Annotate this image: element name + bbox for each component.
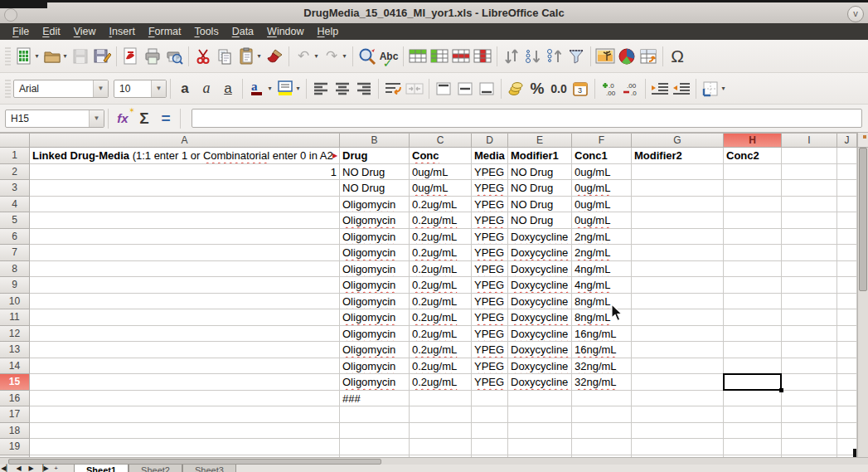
cell-H17[interactable] [724,406,782,423]
currency-format-button[interactable] [505,77,526,100]
cell-D10[interactable]: YPEG [472,294,508,310]
cell-E14[interactable]: Doxycycline [508,358,572,375]
cell-H13[interactable] [724,342,782,358]
row-header-8[interactable]: 8 [0,261,30,278]
menu-format[interactable]: Format [143,24,187,39]
cell-G2[interactable] [632,164,724,181]
cell-J5[interactable] [837,212,857,229]
spreadsheet-grid[interactable]: ABCDEFGHIJ1Linked Drug-Media (1:1 enter … [0,133,857,458]
cell-F1[interactable]: Conc1 [572,148,632,164]
formula-input[interactable] [192,109,862,128]
cell-I4[interactable] [782,197,837,213]
percent-format-button[interactable]: % [526,77,548,100]
cell-E17[interactable] [508,406,572,423]
cell-C12[interactable]: 0.2ug/mL [410,326,472,343]
cell-E12[interactable]: Doxycycline [508,326,572,343]
row-header-10[interactable]: 10 [0,294,30,310]
wrap-text-button[interactable] [382,77,404,100]
row-header-16[interactable]: 16 [0,391,30,407]
cell-I14[interactable] [782,358,837,375]
cell-A18[interactable] [30,423,340,440]
cell-B13[interactable]: Oligomycin [340,342,410,358]
cell-C5[interactable]: 0.2ug/mL [410,212,472,229]
cell-J16[interactable] [837,391,857,407]
cell-I3[interactable] [782,180,837,197]
cell-A1[interactable]: Linked Drug-Media (1:1 enter 1 or Combin… [30,148,340,164]
cell-F18[interactable] [572,423,632,440]
align-bottom-button[interactable] [476,77,497,100]
highlighting-color-button[interactable] [274,77,296,100]
cell-I2[interactable] [782,164,837,181]
cell-F19[interactable] [572,439,632,455]
cell-B5[interactable]: Oligomycin [340,212,410,229]
sort-ascending-button[interactable] [522,45,544,68]
cell-G7[interactable] [632,245,724,261]
font-size-dropdown-icon[interactable]: ▼ [151,80,166,97]
cell-J6[interactable] [837,229,857,246]
cell-D4[interactable]: YPEG [472,197,508,213]
cell-F16[interactable] [572,391,632,407]
cell-E6[interactable]: Doxycycline [508,229,572,246]
cell-J9[interactable] [837,277,857,294]
autofilter-button[interactable] [565,45,587,68]
cell-A2[interactable]: 1 [30,164,340,181]
sheet-tab-sheet3[interactable]: Sheet3 [182,465,236,472]
cell-J11[interactable] [837,309,857,326]
cell-J18[interactable] [837,423,857,440]
increase-indent-button[interactable] [649,77,671,100]
cell-F5[interactable]: 0ug/mL [572,212,632,229]
cell-C8[interactable]: 0.2ug/mL [410,261,472,278]
cell-C1[interactable]: Conc [410,148,472,164]
add-decimal-button[interactable]: .0.00 [599,77,620,100]
cell-E4[interactable]: NO Drug [508,197,572,213]
cell-B11[interactable]: Oligomycin [340,309,410,326]
cell-I12[interactable] [782,326,837,343]
cell-J14[interactable] [837,358,857,375]
row-header-1[interactable]: 1 [0,148,30,164]
cell-I13[interactable] [782,342,837,358]
cell-C14[interactable]: 0.2ug/mL [410,358,472,375]
cell-G9[interactable] [632,277,724,294]
cell-A19[interactable] [30,439,340,455]
print-preview-button[interactable] [163,45,185,68]
font-name-dropdown-icon[interactable]: ▼ [93,80,108,97]
cell-J2[interactable] [837,164,857,181]
cell-E1[interactable]: Modifier1 [508,148,572,164]
align-center-vert-button[interactable] [454,77,476,100]
cell-B9[interactable]: Oligomycin [340,277,410,294]
cell-G1[interactable]: Modifier2 [632,148,724,164]
cell-F6[interactable]: 2ng/mL [572,229,632,246]
cell-F10[interactable]: 8ng/mL [572,294,632,310]
cell-I9[interactable] [782,277,837,294]
cell-G8[interactable] [632,261,724,278]
cell-C10[interactable]: 0.2ug/mL [410,294,472,310]
cell-H5[interactable] [724,212,782,229]
cell-B16[interactable]: ### [340,391,410,407]
export-pdf-button[interactable] [120,45,142,68]
cell-E8[interactable]: Doxycycline [508,261,572,278]
previous-sheet-button[interactable]: ◀ [12,465,25,472]
cell-D18[interactable] [472,423,508,440]
cell-B4[interactable]: Oligomycin [340,197,410,213]
cell-G17[interactable] [632,406,724,423]
cell-H3[interactable] [724,180,782,197]
cell-D16[interactable] [472,391,508,407]
cell-I18[interactable] [782,423,837,440]
row-header-14[interactable]: 14 [0,358,30,375]
cell-B12[interactable]: Oligomycin [340,326,410,343]
cell-D2[interactable]: YPEG [472,164,508,181]
horizontal-scrollbar-thumb[interactable] [8,459,381,465]
align-top-button[interactable] [433,77,454,100]
cell-B7[interactable]: Oligomycin [340,245,410,261]
special-character-button[interactable]: Ω [667,45,688,68]
row-header-2[interactable]: 2 [0,164,30,181]
cell-D19[interactable] [472,439,508,455]
cell-C11[interactable]: 0.2ug/mL [410,309,472,326]
cell-H16[interactable] [724,391,782,407]
align-right-button[interactable] [353,77,375,100]
cell-A7[interactable] [30,245,340,261]
cell-H9[interactable] [724,277,782,294]
cell-J17[interactable] [837,406,857,423]
align-center-button[interactable] [332,77,353,100]
column-header-C[interactable]: C [410,134,472,148]
